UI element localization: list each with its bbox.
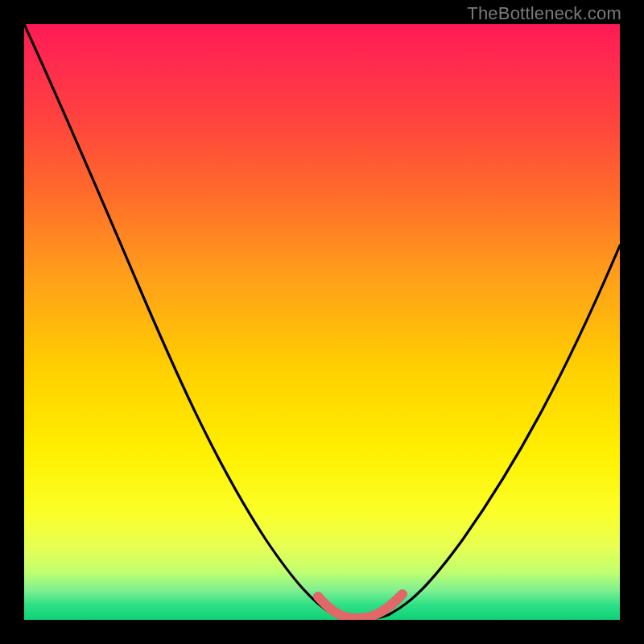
chart-frame: TheBottleneck.com: [0, 0, 644, 644]
curve-layer: [24, 24, 620, 620]
bottleneck-curve: [24, 24, 620, 620]
watermark-text: TheBottleneck.com: [467, 3, 621, 24]
plot-area: [24, 24, 620, 620]
